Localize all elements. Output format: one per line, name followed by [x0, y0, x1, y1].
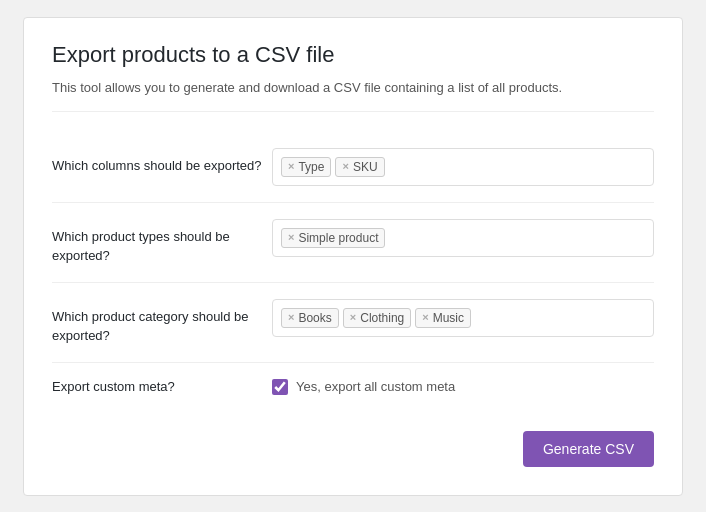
category-label: Which product category should be exporte… [52, 299, 272, 346]
product-types-label: Which product types should be exported? [52, 219, 272, 266]
tag-simple-product[interactable]: × Simple product [281, 228, 385, 248]
tag-music-label: Music [433, 311, 464, 325]
remove-type-icon[interactable]: × [288, 161, 294, 172]
remove-simple-product-icon[interactable]: × [288, 232, 294, 243]
custom-meta-label: Export custom meta? [52, 379, 272, 394]
remove-sku-icon[interactable]: × [342, 161, 348, 172]
tag-clothing[interactable]: × Clothing [343, 308, 411, 328]
tag-type[interactable]: × Type [281, 157, 331, 177]
card-footer: Generate CSV [52, 431, 654, 467]
tag-books-label: Books [298, 311, 331, 325]
custom-meta-checkbox-label: Yes, export all custom meta [296, 379, 455, 394]
card-title: Export products to a CSV file [52, 42, 654, 68]
product-types-control[interactable]: × Simple product [272, 219, 654, 257]
remove-books-icon[interactable]: × [288, 312, 294, 323]
custom-meta-checkbox[interactable] [272, 379, 288, 395]
remove-music-icon[interactable]: × [422, 312, 428, 323]
tag-music[interactable]: × Music [415, 308, 471, 328]
custom-meta-row: Export custom meta? Yes, export all cust… [52, 363, 654, 411]
export-card: Export products to a CSV file This tool … [23, 17, 683, 496]
tag-sku-label: SKU [353, 160, 378, 174]
product-types-row: Which product types should be exported? … [52, 203, 654, 283]
tag-clothing-label: Clothing [360, 311, 404, 325]
custom-meta-control: Yes, export all custom meta [272, 379, 455, 395]
card-description: This tool allows you to generate and dow… [52, 80, 654, 112]
tag-type-label: Type [298, 160, 324, 174]
category-row: Which product category should be exporte… [52, 283, 654, 363]
category-control[interactable]: × Books × Clothing × Music [272, 299, 654, 337]
columns-row: Which columns should be exported? × Type… [52, 132, 654, 203]
columns-label: Which columns should be exported? [52, 148, 272, 176]
tag-sku[interactable]: × SKU [335, 157, 384, 177]
tag-books[interactable]: × Books [281, 308, 339, 328]
remove-clothing-icon[interactable]: × [350, 312, 356, 323]
tag-simple-product-label: Simple product [298, 231, 378, 245]
generate-csv-button[interactable]: Generate CSV [523, 431, 654, 467]
columns-control[interactable]: × Type × SKU [272, 148, 654, 186]
